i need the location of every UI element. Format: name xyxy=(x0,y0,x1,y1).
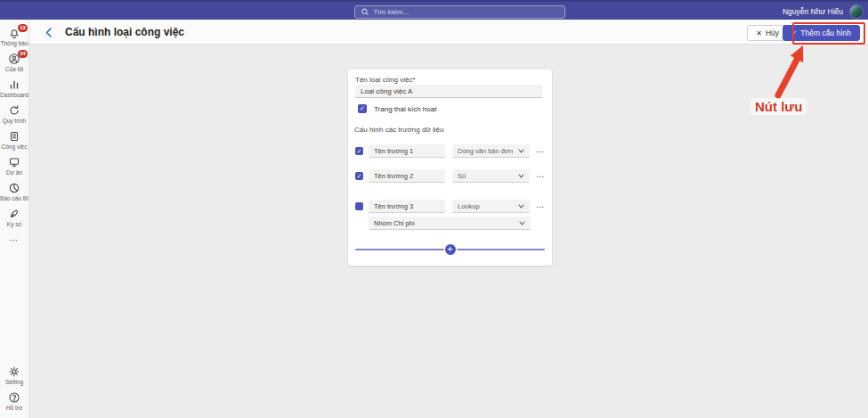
notebook-icon xyxy=(8,130,20,143)
work-type-name-input[interactable] xyxy=(355,85,542,98)
chevron-down-icon xyxy=(519,221,525,225)
field-2-type-value: Số xyxy=(458,172,466,180)
field-3-more-button[interactable]: ⋯ xyxy=(534,200,547,213)
app-rail-sidebar: 13 Thông báo 24 Của tôi Dashboard Quy tr… xyxy=(0,20,29,418)
sidebar-item-label: Dự án xyxy=(6,169,22,176)
sync-icon xyxy=(8,104,20,117)
sidebar-item-du-an[interactable]: Dự án xyxy=(0,153,29,179)
active-status-label: Trạng thái kích hoạt xyxy=(374,105,436,113)
field-3-type-value: Lookup xyxy=(458,202,480,210)
sidebar-item-label: Quy trình xyxy=(3,118,27,125)
sidebar-item-label: Ký số xyxy=(7,221,21,228)
field-1-checkbox[interactable] xyxy=(355,147,363,155)
add-field-divider: + xyxy=(355,243,545,255)
search-input[interactable] xyxy=(373,8,558,16)
lookup-target-dropdown[interactable]: Nhóm Chi phí xyxy=(369,217,531,230)
sidebar-item-setting[interactable]: Setting xyxy=(0,363,29,389)
field-1-name-input[interactable] xyxy=(369,144,445,158)
field-2-more-button[interactable]: ⋯ xyxy=(534,169,547,183)
field-2-checkbox[interactable] xyxy=(355,172,363,180)
field-1-type-dropdown[interactable]: Dòng văn bản đơn xyxy=(452,144,530,158)
sidebar-more-button[interactable]: ⋯ xyxy=(0,231,29,249)
add-field-button[interactable]: + xyxy=(445,244,456,255)
more-icon: ⋯ xyxy=(10,235,20,245)
annotation-arrow xyxy=(764,42,814,101)
work-type-name-label: Tên loại công việc* xyxy=(355,76,416,84)
avatar[interactable] xyxy=(849,4,864,19)
sidebar-bottom-group: Setting Hỗ trợ xyxy=(0,363,29,414)
sidebar-item-label: Dashboard xyxy=(0,92,28,99)
sidebar-item-quy-trinh[interactable]: Quy trình xyxy=(0,102,29,127)
chevron-down-icon xyxy=(518,204,524,209)
fields-section-label: Cấu hình các trường dữ liệu xyxy=(354,126,443,134)
monitor-icon xyxy=(8,156,20,168)
my-items-badge: 24 xyxy=(18,50,27,58)
sidebar-item-label: Setting xyxy=(5,379,23,386)
chevron-down-icon xyxy=(518,149,524,153)
search-icon xyxy=(361,8,369,16)
field-3-type-dropdown[interactable]: Lookup xyxy=(452,200,530,213)
help-icon xyxy=(8,391,20,404)
sidebar-item-cua-toi[interactable]: 24 Của tôi xyxy=(0,50,29,76)
page-title: Cấu hình loại công việc xyxy=(65,26,184,38)
field-2-type-dropdown[interactable]: Số xyxy=(452,169,530,183)
close-icon: ✕ xyxy=(756,29,762,37)
sidebar-item-label: Báo cáo BI xyxy=(0,195,28,202)
sidebar-item-ho-tro[interactable]: Hỗ trợ xyxy=(0,389,29,414)
user-name: Nguyễn Như Hiếu xyxy=(783,7,843,16)
sidebar-item-ky-so[interactable]: Ký số xyxy=(0,205,29,231)
field-2-name-input[interactable] xyxy=(369,169,445,183)
top-bar: Nguyễn Như Hiếu xyxy=(0,0,868,20)
field-row-1: Dòng văn bản đơn ⋯ xyxy=(355,144,545,158)
lookup-target-value: Nhóm Chi phí xyxy=(374,219,415,227)
gear-icon xyxy=(8,365,20,378)
sidebar-item-cong-viec[interactable]: Công việc xyxy=(0,127,29,153)
field-row-3: Lookup ⋯ xyxy=(355,200,545,213)
sidebar-item-bao-cao-bi[interactable]: Báo cáo BI xyxy=(0,179,29,205)
pie-chart-icon xyxy=(8,182,20,194)
active-status-row: Trạng thái kích hoạt xyxy=(358,104,436,113)
chevron-down-icon xyxy=(518,174,524,178)
divider-line-left xyxy=(355,249,444,250)
field-1-more-button[interactable]: ⋯ xyxy=(534,144,547,158)
search-box[interactable] xyxy=(354,5,565,19)
save-config-button[interactable]: ✓ Thêm cấu hình xyxy=(783,25,860,41)
sidebar-item-dashboard[interactable]: Dashboard xyxy=(0,76,29,102)
notification-badge: 13 xyxy=(18,24,27,32)
page-header: Cấu hình loại công việc ✕ Hủy ✓ Thêm cấu… xyxy=(29,20,868,45)
divider-line-right xyxy=(457,249,546,250)
sidebar-item-label: Của tôi xyxy=(5,66,24,73)
pen-icon xyxy=(8,208,20,220)
annotation-callout-text: Nút lưu xyxy=(750,98,807,115)
save-config-button-label: Thêm cấu hình xyxy=(800,29,851,37)
sidebar-item-label: Hỗ trợ xyxy=(6,405,22,412)
config-form-card: Tên loại công việc* Trạng thái kích hoạt… xyxy=(348,70,552,266)
chevron-left-icon xyxy=(45,28,53,37)
user-area[interactable]: Nguyễn Như Hiếu xyxy=(783,2,864,21)
field-row-2: Số ⋯ xyxy=(355,169,545,183)
field-1-type-value: Dòng văn bản đơn xyxy=(458,147,513,155)
sidebar-item-thong-bao[interactable]: 13 Thông báo xyxy=(0,24,29,50)
cancel-button-label: Hủy xyxy=(766,29,779,37)
sidebar-item-label: Công việc xyxy=(2,143,28,151)
check-icon: ✓ xyxy=(791,29,798,37)
active-status-checkbox[interactable] xyxy=(358,104,367,113)
bar-chart-icon xyxy=(8,78,20,91)
field-3-checkbox[interactable] xyxy=(355,202,363,210)
sidebar-item-label: Thông báo xyxy=(0,40,28,47)
back-button[interactable] xyxy=(43,26,55,38)
field-3-name-input[interactable] xyxy=(369,200,445,213)
